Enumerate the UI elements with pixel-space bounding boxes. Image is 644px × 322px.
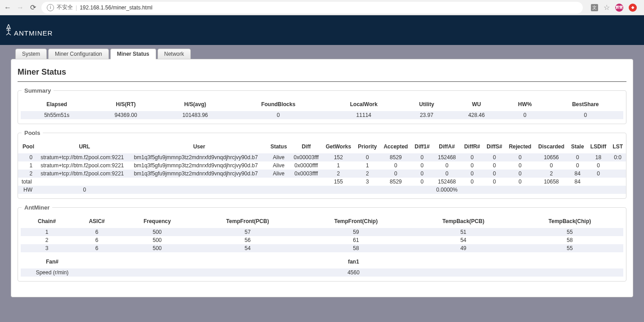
col-tfpcb: TempFront(PCB) [194,216,301,227]
antminer-fans-table: Fan# fan1 Speed (r/min) 4560 [21,257,623,277]
cell-found: 0 [232,110,325,119]
cell-speed-label: Speed (r/min) [21,268,84,277]
cell-user: bm1q3f5gfu9jmmnp3tz2mdnrxfd9vnqdjhrcjvy9… [131,170,267,178]
col-utility: Utility [402,99,450,110]
cell-diff: 0x0000ffff [290,161,322,170]
col-wu: WU [450,99,502,110]
cell: 0 [483,178,505,186]
title-divider [18,81,626,82]
cell-hsavg: 101483.96 [159,110,232,119]
table-row-hw: HW00.0000% [18,186,626,194]
pools-fieldset: Pools Pool URL User Status Diff GetWorks… [18,130,626,199]
cell-getworks: 1 [322,161,355,170]
cell-tfpcb: 54 [194,244,301,252]
cell [290,186,322,194]
cell-diffA: 0 [433,170,461,178]
tab-miner-configuration[interactable]: Miner Configuration [48,49,109,59]
pools-legend: Pools [22,130,43,136]
cell [587,186,610,194]
cell-tfchip: 58 [302,244,410,252]
cell-user: bm1q3f5gfu9jmmnp3tz2mdnrxfd9vnqdjhrcjvy9… [131,161,267,170]
cell-rejected: 0 [505,170,535,178]
cell-getworks: 152 [322,152,355,161]
cell-url: stratum+tcp://btm.f2pool.com:9221 [38,161,131,170]
cell [461,186,483,194]
col-diffR: DiffR# [461,142,483,152]
cell [568,186,587,194]
table-row-total: total1553852901524680001065884 [18,178,626,186]
address-bar[interactable]: i 不安全 | 192.168.1.56/miner_stats.html [41,2,583,13]
cell-discarded: 2 [535,170,568,178]
cell: 0 [505,178,535,186]
cell: 8529 [380,178,411,186]
cell [535,186,568,194]
cell [322,186,355,194]
cell-tfchip: 59 [302,227,410,236]
cell [267,186,290,194]
bookmark-star-icon[interactable]: ☆ [603,3,610,12]
col-hsrt: H/S(RT) [93,99,158,110]
cell-status: Alive [267,170,290,178]
col-tfchip: TempFront(Chip) [302,216,410,227]
col-status: Status [267,142,290,152]
col-pool: Pool [18,142,38,152]
cell-stale: 0 [568,161,587,170]
table-row: 3650054584955 [21,244,623,252]
col-localwork: LocalWork [325,99,402,110]
cell-tbpcb: 49 [410,244,516,252]
col-rejected: Rejected [505,142,535,152]
cell-pool: 1 [18,161,38,170]
cell-diff1: 0 [411,161,433,170]
cell [38,178,131,186]
cell-url: stratum+tcp://btm.f2pool.com:9221 [38,170,131,178]
col-priority: Priority [355,142,380,152]
cell-diffS: 0 [483,152,505,161]
cell-lsdiff: 0 [587,170,610,178]
cell-diffS: 0 [483,161,505,170]
cell-status: Alive [267,152,290,161]
tab-network[interactable]: Network [158,49,191,59]
forward-button[interactable]: → [16,4,24,12]
cell: 10658 [535,178,568,186]
antminer-logo: ANTMINER [5,23,53,37]
cell-freq: 500 [121,244,194,252]
col-stale: Stale [568,142,587,152]
table-row: 1650057595155 [21,227,623,236]
col-lsdiff: LSDiff [587,142,610,152]
back-button[interactable]: ← [4,4,12,12]
cell-priority: 2 [355,170,380,178]
col-lst: LST [609,142,626,152]
table-row: 2stratum+tcp://btm.f2pool.com:9221bm1q3f… [18,170,626,178]
translate-icon[interactable]: 文 [591,4,598,11]
col-user: User [131,142,267,152]
antminer-chains-table: Chain# ASIC# Frequency TempFront(PCB) Te… [21,216,623,252]
cell: 0.0000% [433,186,461,194]
cell-tbchip: 55 [516,244,623,252]
tab-system[interactable]: System [15,49,47,59]
tab-miner-status[interactable]: Miner Status [110,49,156,59]
cell-asic: 6 [73,244,121,252]
cell-localwork: 11114 [325,110,402,119]
cell-diff: 0x0003ffff [290,170,322,178]
cell-asic: 6 [73,227,121,236]
cell-rejected: 0 [505,152,535,161]
cell-chain: 3 [21,244,73,252]
cell [609,186,626,194]
profile-avatar[interactable]: 辉营 [615,4,623,12]
extension-badge-icon[interactable]: ◆ [629,4,637,12]
cell: 0 [461,178,483,186]
separator: | [76,4,77,11]
pools-table: Pool URL User Status Diff GetWorks Prior… [18,142,626,194]
col-getworks: GetWorks [322,142,355,152]
col-fan1: fan1 [84,257,623,268]
page-title: Miner Status [18,66,626,81]
antminer-fieldset: AntMiner Chain# ASIC# Frequency TempFron… [18,204,626,282]
col-diffS: DiffS# [483,142,505,152]
cell-url: stratum+tcp://btm.f2pool.com:9221 [38,152,131,161]
cell-diff1: 0 [411,152,433,161]
col-bestshare: BestShare [548,99,623,110]
reload-button[interactable]: ⟳ [29,4,37,12]
cell-lsdiff: 18 [587,152,610,161]
cell-rejected: 0 [505,161,535,170]
main-panel: Miner Status Summary Elapsed H/S(RT) H/S… [11,59,633,297]
